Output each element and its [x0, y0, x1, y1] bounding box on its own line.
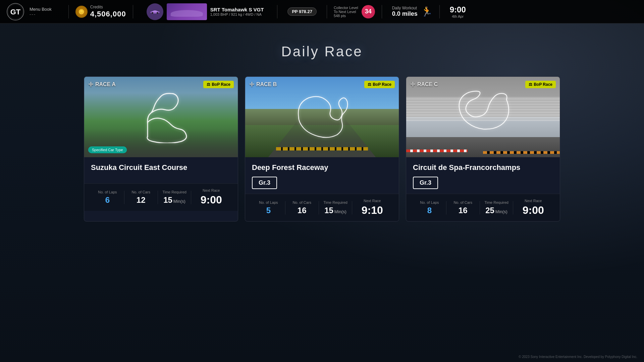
- race-b-laps: No. of Laps 5: [252, 200, 285, 215]
- bop-icon-a: ⚖: [207, 82, 210, 87]
- race-c-track-overlay: [449, 89, 517, 144]
- menu-book-section: Menu Book ---: [30, 7, 52, 17]
- car-name: SRT Tomahawk S VGT: [210, 7, 264, 12]
- race-b-cross-icon: ✛: [249, 81, 254, 88]
- race-a-track-overlay: [127, 89, 195, 144]
- race-c-info: Circuit de Spa-Francorchamps Gr.3: [406, 157, 560, 194]
- race-b-label: ✛ RACE B: [249, 81, 277, 88]
- race-a-time-req: Time Required 15 Min(s): [158, 190, 191, 205]
- workout-label: Daily Workout: [392, 6, 418, 10]
- race-c-gr-badge: Gr.3: [413, 177, 438, 189]
- gt-logo[interactable]: GT: [7, 3, 24, 20]
- race-b-image: ✛ RACE B ⚖ BoP Race: [245, 77, 399, 157]
- bop-icon-b: ⚖: [368, 82, 371, 87]
- footer-credit: © 2023 Sony Interactive Entertainment In…: [519, 355, 637, 359]
- race-b-time-req: Time Required 15 Min(s): [319, 200, 352, 215]
- time-value: 9:00: [450, 5, 466, 14]
- divider-3: [277, 5, 277, 18]
- race-a-time-req-label: Time Required: [162, 190, 186, 194]
- race-c-header: ✛ RACE C ⚖ BoP Race: [410, 81, 556, 88]
- race-a-laps: No. of Laps 6: [91, 190, 124, 205]
- race-card-c[interactable]: ✛ RACE C ⚖ BoP Race Circuit de Spa-Franc…: [406, 76, 560, 222]
- page-title: Daily Race: [281, 44, 363, 60]
- race-b-cars-label: No. of Cars: [292, 200, 311, 204]
- race-a-info: Suzuka Circuit East Course: [84, 157, 238, 183]
- race-a-image: ✛ RACE A ⚖ BoP Race Specified Car Type: [84, 77, 238, 157]
- race-c-laps-value: 8: [427, 206, 432, 215]
- topbar: GT Menu Book --- 🪙 Credits 4,506,000 SRT…: [0, 0, 644, 23]
- collector-pts: 548 pts: [334, 14, 358, 18]
- credits-label: Credits: [90, 5, 126, 9]
- divider-5: [382, 5, 382, 18]
- collector-level-badge: 34: [362, 5, 375, 18]
- menu-book-dots: ---: [30, 12, 52, 17]
- race-a-laps-value: 6: [105, 195, 110, 205]
- race-c-laps: No. of Laps 8: [413, 200, 446, 215]
- race-a-bop-text: BoP Race: [212, 82, 230, 87]
- race-a-laps-label: No. of Laps: [98, 190, 117, 194]
- race-a-cars: No. of Cars 12: [124, 190, 158, 205]
- race-a-bop-badge: ⚖ BoP Race: [203, 81, 234, 88]
- race-b-track-name: Deep Forest Raceway: [252, 163, 392, 172]
- divider-1: [68, 5, 69, 18]
- race-c-next-time: 9:00: [523, 204, 544, 217]
- race-b-next-time: 9:10: [362, 204, 383, 217]
- race-c-next-race: Next Race 9:00: [513, 199, 553, 217]
- car-icon: [147, 3, 163, 20]
- race-a-label-text: RACE A: [95, 81, 116, 87]
- race-c-cross-icon: ✛: [410, 81, 415, 88]
- svg-point-5: [157, 12, 158, 14]
- race-c-label-text: RACE C: [417, 81, 438, 87]
- race-c-cars-value: 16: [459, 206, 468, 215]
- race-c-time-unit: Min(s): [495, 209, 507, 214]
- car-specs: 1,003 BHP / 921 kg / 4WD / NA: [210, 12, 264, 16]
- race-c-stats: No. of Laps 8 No. of Cars 16 Time Requir…: [406, 194, 560, 221]
- race-b-time-unit: Min(s): [334, 209, 346, 214]
- main-content: Daily Race: [0, 23, 644, 222]
- race-c-curbs-red: [406, 149, 468, 152]
- race-a-track-name: Suzuka Circuit East Course: [91, 163, 231, 172]
- race-c-bop-text: BoP Race: [534, 82, 552, 87]
- race-a-next-time: 9:00: [201, 194, 222, 206]
- race-c-laps-label: No. of Laps: [420, 200, 439, 204]
- race-a-cars-value: 12: [137, 195, 146, 205]
- daily-workout-section: Daily Workout 0.0 miles 🏃: [392, 6, 433, 17]
- race-a-stats: No. of Laps 6 No. of Cars 12 Time Requir…: [84, 183, 238, 211]
- race-b-info: Deep Forest Raceway Gr.3: [245, 157, 399, 194]
- race-a-time-req-value: 15: [163, 195, 172, 205]
- race-c-time-req: Time Required 25 Min(s): [480, 200, 513, 215]
- race-c-time-req-label: Time Required: [484, 200, 508, 204]
- race-c-track-name: Circuit de Spa-Francorchamps: [413, 163, 553, 172]
- race-c-cars-label: No. of Cars: [453, 200, 472, 204]
- menu-book-label: Menu Book: [30, 7, 52, 12]
- race-c-next-label: Next Race: [525, 199, 542, 203]
- race-c-cars: No. of Cars 16: [446, 200, 480, 215]
- divider-6: [439, 5, 440, 18]
- race-cards-container: ✛ RACE A ⚖ BoP Race Specified Car Type S…: [0, 76, 644, 222]
- credits-section: 🪙 Credits 4,506,000: [75, 5, 126, 18]
- race-b-header: ✛ RACE B ⚖ BoP Race: [249, 81, 395, 88]
- pp-value: 978.27: [299, 9, 312, 14]
- race-b-time-req-label: Time Required: [323, 200, 347, 204]
- race-b-gr-badge: Gr.3: [252, 177, 277, 189]
- race-b-cars-value: 16: [298, 206, 307, 215]
- divider-4: [327, 5, 327, 18]
- collector-next-label: To Next Level: [334, 10, 358, 14]
- race-b-label-text: RACE B: [256, 81, 277, 87]
- race-card-b[interactable]: ✛ RACE B ⚖ BoP Race Deep Forest Raceway …: [245, 76, 399, 222]
- race-b-cars: No. of Cars 16: [285, 200, 319, 215]
- divider-2: [133, 5, 133, 18]
- race-b-track-overlay: [288, 89, 356, 144]
- race-b-barriers: [276, 147, 368, 150]
- car-section[interactable]: SRT Tomahawk S VGT 1,003 BHP / 921 kg / …: [147, 3, 264, 20]
- race-card-a[interactable]: ✛ RACE A ⚖ BoP Race Specified Car Type S…: [84, 76, 238, 222]
- race-a-car-type-badge: Specified Car Type: [88, 146, 127, 153]
- runner-icon: 🏃: [421, 6, 433, 17]
- race-c-image: ✛ RACE C ⚖ BoP Race: [406, 77, 560, 157]
- race-a-next-race: Next Race 9:00: [191, 188, 231, 206]
- race-b-next-label: Next Race: [364, 199, 381, 203]
- workout-info: Daily Workout 0.0 miles: [392, 6, 418, 17]
- race-c-curbs-yellow: [483, 151, 560, 154]
- pp-badge: PP 978.27: [287, 7, 316, 16]
- race-c-time-req-value: 25: [485, 206, 494, 215]
